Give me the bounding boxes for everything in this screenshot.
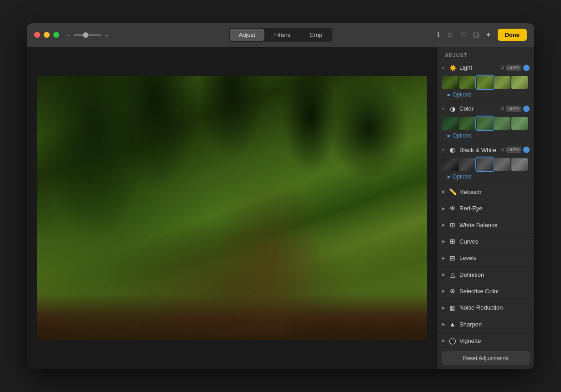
selective-color-title: Selective Color	[459, 288, 530, 295]
retouch-chevron-icon: ▶	[442, 189, 447, 194]
color-icon: ◑	[448, 105, 457, 112]
noise-reduction-chevron-icon: ▶	[442, 305, 447, 310]
close-button[interactable]	[34, 32, 40, 38]
color-thumb-5[interactable]	[511, 117, 528, 130]
color-thumb-4[interactable]	[494, 117, 510, 130]
light-auto-badge[interactable]: AUTO	[506, 65, 521, 71]
bw-thumb-2[interactable]	[459, 158, 476, 171]
bw-section: ▾ ◐ Black & White ↺ AUTO	[437, 143, 534, 183]
light-thumb-4[interactable]	[494, 76, 510, 89]
definition-icon: △	[448, 271, 457, 278]
color-section-header[interactable]: ▾ ◑ Color ↺ AUTO	[437, 102, 534, 115]
color-options-button[interactable]: ▶ Options	[448, 132, 530, 139]
retouch-section[interactable]: ▶ ✏️ Retouch	[437, 184, 534, 199]
color-thumb-1[interactable]	[442, 117, 458, 130]
info-icon[interactable]: ℹ	[437, 31, 440, 39]
photo-overlay	[37, 76, 427, 340]
light-title: Light	[459, 64, 500, 71]
noise-reduction-title: Noise Reduction	[459, 304, 530, 311]
share-icon[interactable]: ☺	[446, 31, 453, 39]
retouch-title: Retouch	[459, 188, 530, 195]
vignette-icon: ◯	[448, 337, 457, 344]
selective-color-section[interactable]: ▶ ⊕ Selective Color	[437, 284, 534, 298]
white-balance-section[interactable]: ▶ ⊞ White Balance	[437, 218, 534, 232]
tab-crop[interactable]: Crop	[300, 29, 331, 41]
light-thumb-2[interactable]	[459, 76, 476, 89]
bw-thumb-3[interactable]	[477, 158, 493, 171]
bw-auto-badge[interactable]: AUTO	[506, 147, 521, 153]
noise-reduction-section[interactable]: ▶ ▦ Noise Reduction	[437, 300, 534, 315]
color-reset-icon[interactable]: ↺	[500, 106, 504, 112]
bw-chevron-icon: ▾	[442, 148, 447, 152]
light-thumbnails	[437, 74, 534, 91]
light-reset-icon[interactable]: ↺	[500, 65, 504, 71]
bw-reset-icon[interactable]: ↺	[500, 147, 504, 153]
color-thumb-3[interactable]	[477, 117, 493, 130]
red-eye-section[interactable]: ▶ 👁 Red-Eye	[437, 201, 534, 216]
selective-color-chevron-icon: ▶	[442, 289, 447, 293]
sharpen-section[interactable]: ▶ ▲ Sharpen	[437, 317, 534, 331]
light-chevron-icon: ▾	[442, 66, 447, 70]
panel-header: ADJUST	[437, 47, 534, 61]
definition-section[interactable]: ▶ △ Definition	[437, 267, 534, 282]
color-title: Color	[459, 105, 500, 112]
tab-filters[interactable]: Filters	[265, 29, 299, 41]
color-toggle[interactable]	[523, 106, 530, 112]
done-button[interactable]: Done	[498, 29, 527, 41]
color-thumbnails	[437, 115, 534, 132]
light-toggle[interactable]	[523, 65, 530, 71]
bw-options-row: ▶ Options	[437, 173, 534, 183]
traffic-lights	[34, 32, 59, 38]
favorite-icon[interactable]: ♡	[460, 31, 467, 39]
vignette-title: Vignette	[459, 337, 530, 344]
red-eye-chevron-icon: ▶	[442, 206, 447, 211]
bw-controls: ↺ AUTO	[500, 147, 530, 153]
light-options-button[interactable]: ▶ Options	[448, 92, 530, 98]
zoom-thumb	[83, 32, 88, 38]
main-window: − + Adjust Filters Crop ℹ ☺ ♡ ⊡ ✦ Done	[27, 23, 534, 369]
levels-section[interactable]: ▶ ⊟ Levels	[437, 251, 534, 265]
color-auto-badge[interactable]: AUTO	[506, 106, 521, 112]
vignette-section[interactable]: ▶ ◯ Vignette	[437, 333, 534, 348]
color-chevron-icon: ▾	[442, 107, 447, 111]
reset-adjustments-button[interactable]: Reset Adjustments	[442, 351, 530, 365]
minimize-button[interactable]	[44, 32, 50, 38]
bw-thumb-1[interactable]	[442, 158, 458, 171]
light-thumb-1[interactable]	[442, 76, 458, 89]
red-eye-icon: 👁	[448, 205, 457, 212]
zoom-out-button[interactable]: −	[67, 31, 70, 39]
bw-options-chevron-icon: ▶	[448, 174, 451, 179]
maximize-button[interactable]	[53, 32, 59, 38]
zoom-slider[interactable]	[74, 34, 101, 36]
light-thumb-3[interactable]	[477, 76, 493, 89]
retouch-icon: ✏️	[448, 188, 457, 195]
levels-title: Levels	[459, 255, 530, 261]
magic-wand-icon[interactable]: ✦	[485, 31, 491, 39]
color-options-label: Options	[453, 132, 471, 139]
zoom-controls: − +	[67, 31, 108, 39]
photo-area	[27, 47, 437, 369]
color-thumb-2[interactable]	[459, 117, 476, 130]
light-controls: ↺ AUTO	[500, 65, 530, 71]
definition-chevron-icon: ▶	[442, 272, 447, 277]
light-thumb-5[interactable]	[511, 76, 528, 89]
tab-adjust[interactable]: Adjust	[230, 29, 264, 41]
light-options-chevron-icon: ▶	[448, 92, 451, 97]
sharpen-chevron-icon: ▶	[442, 322, 447, 326]
curves-section[interactable]: ▶ ⊞ Curves	[437, 234, 534, 249]
bw-toggle[interactable]	[523, 147, 530, 153]
vignette-chevron-icon: ▶	[442, 338, 447, 343]
sidebar-scroll: ▾ ☀️ Light ↺ AUTO	[437, 61, 534, 369]
bw-thumb-4[interactable]	[494, 158, 510, 171]
noise-reduction-icon: ▦	[448, 304, 457, 311]
color-controls: ↺ AUTO	[500, 106, 530, 112]
bw-options-button[interactable]: ▶ Options	[448, 173, 530, 180]
zoom-in-button[interactable]: +	[105, 31, 108, 39]
light-section-header[interactable]: ▾ ☀️ Light ↺ AUTO	[437, 61, 534, 74]
expand-icon[interactable]: ⊡	[473, 31, 479, 39]
bw-section-header[interactable]: ▾ ◐ Black & White ↺ AUTO	[437, 143, 534, 156]
bw-title: Black & White	[459, 147, 500, 153]
toolbar-right: ℹ ☺ ♡ ⊡ ✦ Done	[437, 29, 527, 41]
color-options-chevron-icon: ▶	[448, 133, 451, 138]
bw-thumb-5[interactable]	[511, 158, 528, 171]
